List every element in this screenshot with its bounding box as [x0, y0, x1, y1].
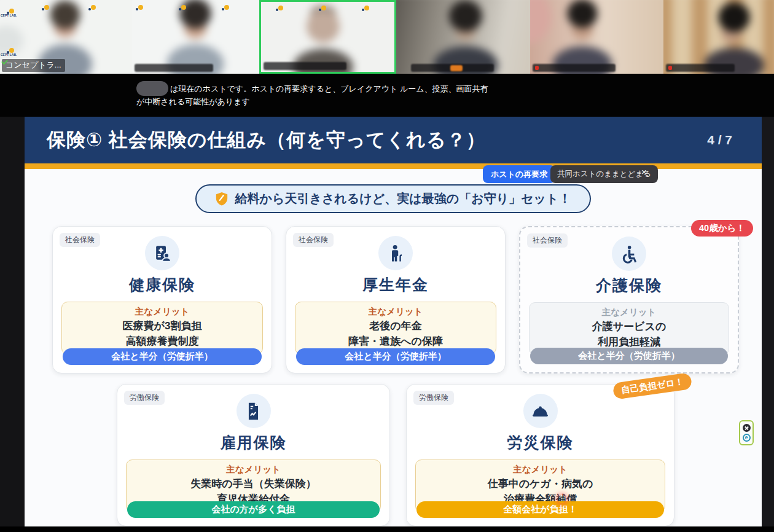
blurred-participant [132, 0, 259, 74]
close-icon[interactable] [743, 424, 751, 432]
merit-box: 主なメリット 老後の年金 障害・遺族への保障 [295, 302, 496, 354]
cost-share-pill: 全額会社が負担！ [416, 501, 664, 518]
merit-label: 主なメリット [298, 306, 493, 318]
redacted-host-name [136, 81, 168, 96]
logo-text: CEPT LAB. [1, 53, 17, 57]
category-tag: 労働保険 [124, 391, 165, 405]
category-tag: 社会保険 [527, 233, 568, 248]
category-tag: 労働保険 [413, 391, 454, 405]
blurred-participant [530, 0, 663, 74]
card-title: 健康保険 [53, 275, 272, 295]
extension-e-icon[interactable]: e [743, 434, 751, 442]
merit-box: 主なメリット 医療費が3割負担 高額療養費制度 [61, 302, 263, 354]
merit-label: 主なメリット [532, 307, 726, 318]
category-tag: 社会保険 [293, 233, 334, 247]
zoom-meeting-screen: { "colors": { "header_navy": "#1e3c6c", … [0, 0, 774, 532]
insurance-card-kenko: 社会保険 健康保険 主なメリット 医療費が3割負担 高額療養費制度 会社と半分（… [52, 226, 272, 374]
laser-pointer-dot [558, 495, 566, 503]
logo-wall: CEPT LAB. [1, 9, 17, 17]
participant-video-active-speaker[interactable] [259, 0, 396, 74]
card-title: 雇用保険 [117, 432, 389, 453]
page-indicator: 4 / 7 [707, 133, 732, 147]
key-message-callout: 給料から天引きされるけど、実は最強の「お守り」セット！ [195, 184, 590, 213]
cost-share-pill: 会社と半分（労使折半） [296, 348, 495, 365]
participant-name-label [533, 64, 616, 72]
muted-mic-icon [535, 66, 539, 70]
participant-name-label [666, 64, 735, 72]
browser-extension-widget: e [739, 420, 754, 445]
pension-icon [386, 243, 406, 264]
logo-text: CEPT LAB. [1, 14, 17, 17]
card-title: 介護保険 [520, 275, 738, 295]
participant-name-label [135, 64, 213, 72]
cost-share-pill: 会社の方が多く負担 [127, 501, 380, 518]
slide-title: 保険① 社会保険の仕組み（何を守ってくれる？） [47, 127, 486, 153]
blurred-participant [396, 0, 530, 74]
video-strip: CEPT LAB. CEPT LAB. コンセプトラ... [0, 0, 774, 74]
employment-insurance-icon [243, 401, 264, 421]
insurance-card-koyo: 労働保険 雇用保険 主なメリット 失業時の手当（失業保険） 育児休業給付金 会社… [117, 384, 390, 526]
host-notification-bar: は現在のホストです。ホストの再要求すると、ブレイクアウト ルーム、投票、画面共有… [0, 74, 774, 117]
workers-comp-icon [530, 401, 550, 421]
category-tag: 社会保険 [60, 233, 100, 247]
merit-label: 主なメリット [64, 306, 260, 318]
participant-name-label: コンセプトラ... [2, 59, 65, 72]
participant-video[interactable] [530, 0, 663, 74]
callout-text: 給料から天引きされるけど、実は最強の「お守り」セット！ [235, 190, 571, 207]
close-icon[interactable]: × [641, 166, 647, 177]
slide-header: 保険① 社会保険の仕組み（何を守ってくれる？） 4 / 7 [25, 117, 762, 169]
insurance-card-rosai: 労働保険 労災保険 主なメリット 仕事中のケガ・病気の 治療費全額補償 全額会社… [406, 384, 674, 526]
nursing-care-icon [619, 244, 639, 264]
shield-icon [215, 192, 229, 206]
participant-video[interactable] [396, 0, 530, 74]
logo-wall: CEPT LAB. [1, 48, 17, 57]
reclaim-host-button[interactable]: ホストの再要求 [483, 165, 555, 183]
cost-share-pill: 会社と半分（労使折半） [530, 348, 728, 364]
card-title: 厚生年金 [286, 275, 505, 295]
cost-share-pill: 会社と半分（労使折半） [63, 348, 262, 365]
participant-video[interactable] [663, 0, 774, 74]
card-title: 労災保険 [407, 432, 674, 453]
notification-message: は現在のホストです。ホストの再要求すると、ブレイクアウト ルーム、投票、画面共有… [136, 81, 490, 108]
participant-video[interactable]: CEPT LAB. CEPT LAB. コンセプトラ... [0, 0, 132, 74]
merit-label: 主なメリット [418, 464, 662, 475]
age-40-badge: 40歳から！ [691, 220, 753, 237]
insurance-card-kosei: 社会保険 厚生年金 主なメリット 老後の年金 障害・遺族への保障 会社と半分（労… [286, 226, 506, 374]
insurance-card-kaigo: 社会保険 介護保険 主なメリット 介護サービスの 利用負担軽減 会社と半分（労使… [519, 226, 739, 374]
participant-name-label [264, 62, 346, 70]
muted-mic-icon [668, 66, 672, 70]
share-bottom-bar [0, 526, 774, 532]
blurred-participant [663, 0, 774, 74]
participant-video[interactable] [132, 0, 259, 74]
share-left-gutter [0, 117, 25, 532]
merit-label: 主なメリット [129, 464, 378, 475]
health-insurance-icon [152, 243, 173, 264]
share-right-gutter [762, 117, 774, 532]
